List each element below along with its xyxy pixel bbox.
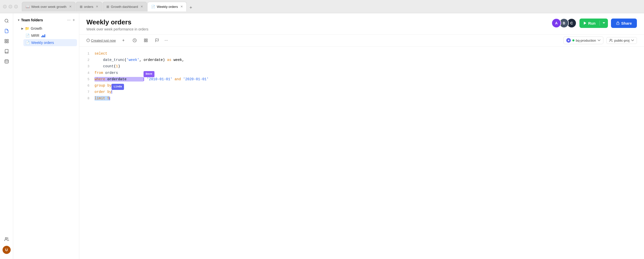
- folder-icon: 📁: [25, 26, 29, 30]
- share-label: Share: [621, 21, 632, 25]
- sidebar-item-growth[interactable]: ▶ 📁 Growth: [19, 25, 77, 32]
- content-area: Weekly orders Week over week performance…: [79, 13, 644, 259]
- window-controls: [3, 5, 18, 8]
- book-icon[interactable]: [2, 47, 11, 56]
- share-button[interactable]: Share: [611, 19, 637, 28]
- maximize-button[interactable]: [14, 5, 18, 8]
- line-number: 3: [86, 63, 89, 69]
- run-label: Run: [588, 21, 595, 25]
- code-line-4: 4 from orders: [86, 70, 637, 76]
- linda-caret-line8: [109, 97, 110, 100]
- line-content: limit 5: [95, 95, 637, 102]
- svg-point-6: [5, 237, 7, 239]
- db-icon: [566, 38, 571, 43]
- user-avatar[interactable]: U: [3, 246, 11, 254]
- document-icon[interactable]: [2, 26, 11, 36]
- tab-grid-icon: ⊞: [80, 5, 83, 9]
- svg-rect-4: [7, 42, 8, 43]
- line-content: date_trunc('week', orderdate) as week,: [95, 57, 637, 63]
- svg-rect-3: [5, 42, 6, 43]
- code-line-5: 5 where orderdate between Dave '2010-01-…: [86, 76, 637, 83]
- sidebar-item-mrr[interactable]: 📄 MRR: [23, 32, 77, 39]
- tab-close-button[interactable]: ✕: [180, 5, 183, 8]
- code-line-6: 6 group by 1: [86, 83, 637, 89]
- grid-icon[interactable]: [2, 37, 11, 46]
- doc-icon: 📄: [25, 34, 30, 38]
- browser-chrome: 📖 Week over week growth ✕ ⊞ orders ✕ ⊞ G…: [0, 0, 644, 13]
- svg-point-21: [568, 40, 569, 41]
- toolbar: Created just now + ···: [79, 35, 644, 46]
- tab-doc-icon: 📄: [151, 5, 155, 9]
- svg-text:A: A: [555, 21, 558, 25]
- sidebar: ▼ Team folders ··· + ▶ 📁 Growth 📄 MRR: [13, 13, 79, 259]
- new-tab-button[interactable]: +: [187, 4, 194, 11]
- more-options-button[interactable]: ···: [165, 38, 168, 43]
- svg-point-5: [5, 60, 8, 61]
- chart-bars-icon: [41, 34, 45, 37]
- code-line-3: 3 count(1): [86, 63, 637, 70]
- line-number: 5: [86, 76, 89, 82]
- svg-text:C: C: [570, 21, 573, 25]
- database-icon[interactable]: [2, 57, 11, 66]
- minimize-button[interactable]: [9, 5, 12, 8]
- line-content: group by 1: [95, 83, 637, 89]
- tab-close-button[interactable]: ✕: [69, 5, 72, 8]
- proj-selector[interactable]: public-proj: [606, 37, 637, 44]
- flag-button[interactable]: [153, 37, 161, 44]
- svg-point-0: [5, 19, 8, 22]
- tab-label: orders: [84, 5, 93, 9]
- add-toolbar-button[interactable]: +: [120, 37, 127, 44]
- linda-cursor-caret: [112, 90, 112, 94]
- users-icon[interactable]: [2, 235, 11, 244]
- svg-text:B: B: [563, 21, 565, 25]
- sidebar-item-label: MRR: [31, 34, 39, 38]
- svg-rect-18: [144, 41, 146, 42]
- run-button[interactable]: Run: [579, 19, 608, 28]
- dave-cursor-caret: [144, 77, 144, 81]
- code-line-8: 8 limit 5: [86, 95, 637, 102]
- sidebar-item-weekly-orders[interactable]: 📄 Weekly orders: [23, 39, 77, 46]
- svg-rect-19: [146, 41, 147, 42]
- tab-label: Week over week growth: [31, 5, 67, 9]
- sidebar-item-label: Weekly orders: [31, 41, 54, 45]
- tab-close-button[interactable]: ✕: [96, 5, 98, 8]
- tab-orders[interactable]: ⊞ orders ✕: [76, 2, 102, 11]
- sidebar-item-label: Growth: [31, 26, 42, 30]
- main-layout: U ▼ Team folders ··· + ▶ 📁 Growth 📄 MRR: [0, 13, 644, 259]
- tab-label: Growth dashboard: [111, 5, 138, 9]
- line-number: 8: [86, 95, 89, 101]
- line-content: from orders: [95, 70, 637, 76]
- avatar-group: A B C: [552, 18, 576, 28]
- toolbar-right: bq-production public-proj: [563, 37, 637, 44]
- chart-bar: [44, 34, 45, 37]
- team-folders-toggle[interactable]: ▼ Team folders: [17, 18, 43, 22]
- created-just-now[interactable]: Created just now: [86, 39, 116, 42]
- sidebar-more-button[interactable]: ···: [67, 18, 70, 22]
- avatar-1[interactable]: A: [552, 18, 561, 28]
- tab-weekly-orders[interactable]: 📄 Weekly orders ✕: [147, 2, 187, 11]
- history-button[interactable]: [131, 37, 138, 44]
- svg-rect-2: [7, 39, 8, 41]
- visualization-button[interactable]: [142, 37, 149, 44]
- sidebar-add-button[interactable]: +: [73, 18, 75, 22]
- svg-rect-17: [146, 39, 147, 40]
- tab-close-button[interactable]: ✕: [140, 5, 143, 8]
- header-right: A B C Run: [552, 18, 637, 28]
- line-content: select: [95, 51, 637, 57]
- svg-rect-1: [5, 39, 6, 41]
- run-dropdown-button[interactable]: [600, 20, 608, 27]
- tab-growth-dashboard[interactable]: ⊞ Growth dashboard ✕: [103, 2, 147, 11]
- plus-icon: +: [122, 38, 124, 43]
- tabs-bar: 📖 Week over week growth ✕ ⊞ orders ✕ ⊞ G…: [22, 2, 641, 11]
- team-folders-label: Team folders: [21, 18, 43, 22]
- db-selector[interactable]: bq-production: [563, 37, 604, 44]
- code-line-7: 7 order by Linda: [86, 89, 637, 95]
- tab-week-over-week-growth[interactable]: 📖 Week over week growth ✕: [22, 2, 75, 11]
- rail-bottom: U: [2, 235, 11, 256]
- run-main-area[interactable]: Run: [579, 19, 600, 28]
- search-icon[interactable]: [2, 16, 11, 25]
- close-button[interactable]: [3, 5, 7, 8]
- line-number: 7: [86, 89, 89, 95]
- svg-rect-13: [617, 23, 619, 24]
- code-editor[interactable]: 1 select 2 date_trunc('week', orderdate)…: [79, 46, 644, 259]
